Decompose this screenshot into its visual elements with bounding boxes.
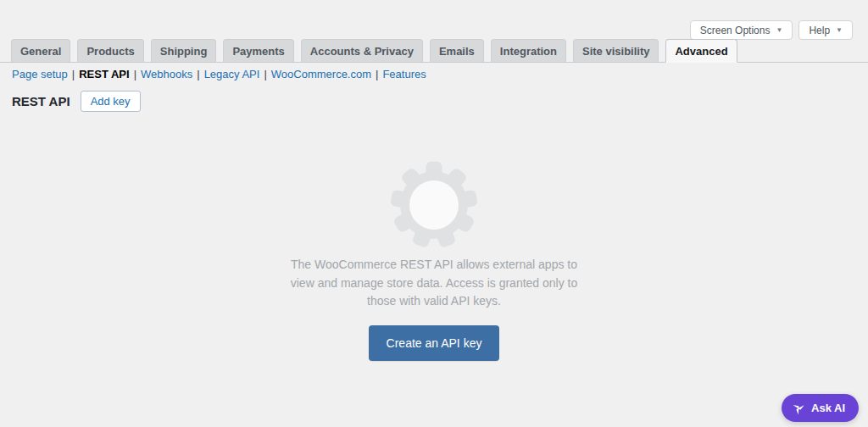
tab-general[interactable]: General <box>11 39 70 63</box>
create-api-key-button[interactable]: Create an API key <box>369 325 500 361</box>
screen-meta-links: Screen Options ▼ Help ▼ <box>690 20 853 40</box>
add-key-button[interactable]: Add key <box>81 91 141 112</box>
ai-spark-icon <box>792 402 805 415</box>
help-label: Help <box>809 25 830 36</box>
tab-payments[interactable]: Payments <box>223 39 293 63</box>
subnav-separator: | <box>264 68 266 80</box>
help-button[interactable]: Help ▼ <box>798 20 853 40</box>
subnav-features[interactable]: Features <box>382 68 426 80</box>
tab-shipping[interactable]: Shipping <box>151 39 217 63</box>
ask-ai-label: Ask AI <box>811 402 845 414</box>
subnav-rest-api-current[interactable]: REST API <box>79 68 129 80</box>
tab-advanced[interactable]: Advanced <box>665 39 737 63</box>
ask-ai-button[interactable]: Ask AI <box>782 394 859 422</box>
subnav-separator: | <box>197 68 199 80</box>
tab-integration[interactable]: Integration <box>491 39 566 63</box>
settings-tab-bar: General Products Shipping Payments Accou… <box>0 39 868 63</box>
tab-accounts-privacy[interactable]: Accounts & Privacy <box>301 39 423 63</box>
page-title: REST API <box>12 94 70 108</box>
subnav-woocommerce-com[interactable]: WooCommerce.com <box>271 68 371 80</box>
subnav-legacy-api[interactable]: Legacy API <box>204 68 260 80</box>
rest-api-header: REST API Add key <box>12 91 141 112</box>
subnav-separator: | <box>134 68 136 80</box>
screen-options-label: Screen Options <box>700 25 771 36</box>
advanced-subnav: Page setup | REST API | Webhooks | Legac… <box>12 68 426 80</box>
gear-icon <box>390 161 478 249</box>
chevron-down-icon: ▼ <box>776 26 782 34</box>
empty-state-description: The WooCommerce REST API allows external… <box>284 256 584 311</box>
subnav-webhooks[interactable]: Webhooks <box>141 68 192 80</box>
subnav-separator: | <box>72 68 75 80</box>
tab-emails[interactable]: Emails <box>430 39 484 63</box>
screen-options-button[interactable]: Screen Options ▼ <box>690 20 793 40</box>
tab-site-visibility[interactable]: Site visibility <box>573 39 659 63</box>
tab-products[interactable]: Products <box>77 39 143 63</box>
rest-api-empty-state: The WooCommerce REST API allows external… <box>0 161 868 361</box>
subnav-separator: | <box>376 68 378 80</box>
subnav-page-setup[interactable]: Page setup <box>12 68 68 80</box>
chevron-down-icon: ▼ <box>836 26 843 34</box>
